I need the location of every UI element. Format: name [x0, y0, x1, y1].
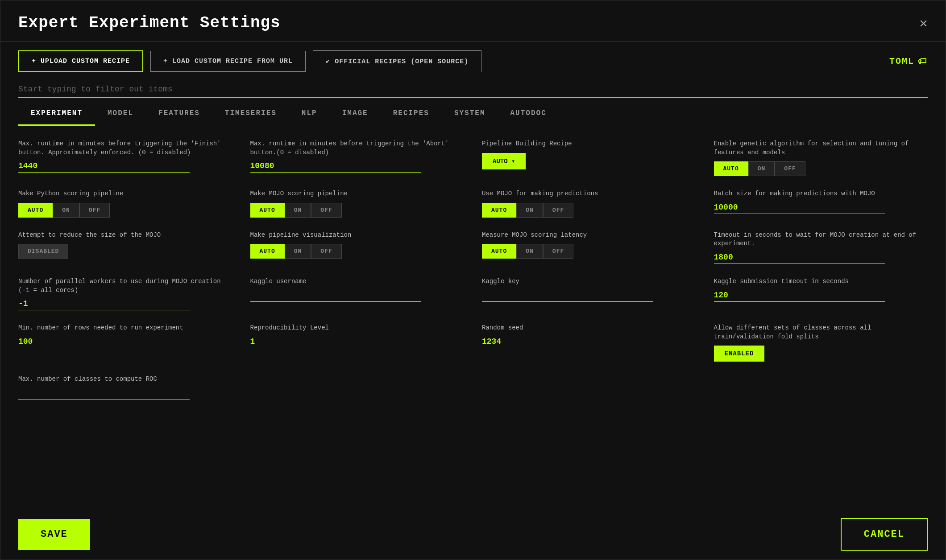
mojo-predictions-toggle: AUTO ON OFF [482, 203, 696, 218]
mojo-pred-off-btn[interactable]: OFF [543, 203, 573, 218]
setting-value-batch-size[interactable]: 10000 [714, 203, 885, 214]
setting-min-rows: Min. number of rows needed to run experi… [18, 324, 232, 362]
setting-python-scoring: Make Python scoring pipeline AUTO ON OFF [18, 189, 232, 218]
viz-on-btn[interactable]: ON [285, 244, 311, 259]
genetic-auto-btn[interactable]: AUTO [714, 161, 748, 176]
setting-label-mojo-predictions: Use MOJO for making predictions [482, 189, 696, 198]
setting-label-max-runtime-finish: Max. runtime in minutes before triggerin… [18, 140, 232, 157]
pipeline-recipe-dropdown[interactable]: AUTO ▾ [482, 153, 526, 169]
tab-features[interactable]: FEATURES [146, 102, 212, 126]
setting-label-reduce-mojo: Attempt to reduce the size of the MOJO [18, 231, 232, 240]
modal-title: Expert Experiment Settings [18, 14, 281, 32]
python-on-btn[interactable]: ON [53, 203, 79, 218]
setting-max-runtime-abort: Max. runtime in minutes before triggerin… [250, 140, 465, 176]
cancel-button[interactable]: CANCEL [841, 518, 928, 551]
mojo-latency-toggle: AUTO ON OFF [482, 244, 696, 259]
setting-label-kaggle-timeout: Kaggle submission timeout in seconds [714, 277, 928, 286]
setting-kaggle-username: Kaggle username [250, 277, 465, 310]
setting-mojo-latency: Measure MOJO scoring latency AUTO ON OFF [482, 231, 696, 264]
mojo-scoring-off-btn[interactable]: OFF [311, 203, 341, 218]
toml-text: TOML [889, 56, 914, 66]
genetic-off-btn[interactable]: OFF [775, 161, 805, 176]
setting-value-mojo-timeout[interactable]: 1800 [714, 253, 885, 264]
setting-value-kaggle-key[interactable] [482, 291, 653, 302]
mojo-scoring-auto-btn[interactable]: AUTO [250, 203, 285, 218]
setting-value-kaggle-timeout[interactable]: 120 [714, 291, 885, 302]
setting-label-parallel-workers: Number of parallel workers to use during… [18, 277, 232, 295]
filter-input[interactable] [18, 81, 928, 98]
tab-nlp[interactable]: NLP [289, 102, 330, 126]
setting-label-mojo-scoring: Make MOJO scoring pipeline [250, 189, 465, 198]
pipeline-viz-toggle: AUTO ON OFF [250, 244, 465, 259]
setting-label-batch-size: Batch size for making predictions with M… [714, 189, 928, 198]
setting-pipeline-viz: Make pipeline visualization AUTO ON OFF [250, 231, 465, 264]
setting-label-max-roc: Max. number of classes to compute ROC [18, 375, 232, 384]
setting-random-seed: Random seed 1234 [482, 324, 696, 362]
tab-experiment[interactable]: EXPERIMENT [18, 102, 95, 126]
toml-label: TOML 🏷 [889, 56, 928, 67]
load-url-button[interactable]: + LOAD CUSTOM RECIPE FROM URL [150, 51, 306, 72]
setting-label-reproducibility: Reproducibility Level [250, 324, 465, 333]
setting-genetic-algo: Enable genetic algorithm for selection a… [714, 140, 928, 176]
tabs: EXPERIMENT MODEL FEATURES TIMESERIES NLP… [0, 102, 946, 126]
setting-label-min-rows: Min. number of rows needed to run experi… [18, 324, 232, 333]
setting-value-min-rows[interactable]: 100 [18, 337, 190, 348]
setting-batch-size: Batch size for making predictions with M… [714, 189, 928, 218]
mojo-pred-on-btn[interactable]: ON [516, 203, 543, 218]
tab-recipes[interactable]: RECIPES [381, 102, 442, 126]
setting-mojo-scoring: Make MOJO scoring pipeline AUTO ON OFF [250, 189, 465, 218]
tab-timeseries[interactable]: TIMESERIES [212, 102, 289, 126]
setting-kaggle-timeout: Kaggle submission timeout in seconds 120 [714, 277, 928, 310]
close-button[interactable]: × [919, 16, 928, 30]
filter-bar [0, 81, 946, 102]
expert-settings-modal: Expert Experiment Settings × + UPLOAD CU… [0, 0, 946, 560]
tab-model[interactable]: MODEL [95, 102, 146, 126]
tab-image[interactable]: IMAGE [330, 102, 381, 126]
setting-label-python-scoring: Make Python scoring pipeline [18, 189, 232, 198]
save-button[interactable]: SAVE [18, 519, 90, 550]
setting-value-max-runtime-abort[interactable]: 10080 [250, 161, 422, 173]
allow-classes-enabled-badge[interactable]: ENABLED [714, 346, 765, 362]
setting-value-kaggle-username[interactable] [250, 291, 422, 302]
setting-allow-classes: Allow different sets of classes across a… [714, 324, 928, 362]
tab-autodoc[interactable]: AUTODOC [498, 102, 559, 126]
viz-auto-btn[interactable]: AUTO [250, 244, 285, 259]
modal-header: Expert Experiment Settings × [0, 0, 946, 41]
setting-value-random-seed[interactable]: 1234 [482, 337, 653, 348]
setting-value-max-roc[interactable] [18, 388, 190, 399]
setting-mojo-timeout: Timeout in seconds to wait for MOJO crea… [714, 231, 928, 264]
latency-on-btn[interactable]: ON [516, 244, 543, 259]
setting-label-genetic-algo: Enable genetic algorithm for selection a… [714, 140, 928, 157]
mojo-scoring-on-btn[interactable]: ON [285, 203, 311, 218]
setting-label-mojo-timeout: Timeout in seconds to wait for MOJO crea… [714, 231, 928, 248]
setting-label-pipeline-recipe: Pipeline Building Recipe [482, 140, 696, 148]
official-recipes-button[interactable]: ✔ OFFICIAL RECIPES (OPEN SOURCE) [313, 50, 481, 72]
python-scoring-toggle: AUTO ON OFF [18, 203, 232, 218]
tab-system[interactable]: SYSTEM [442, 102, 498, 126]
setting-pipeline-recipe: Pipeline Building Recipe AUTO ▾ [482, 140, 696, 176]
setting-label-random-seed: Random seed [482, 324, 696, 333]
setting-max-runtime-finish: Max. runtime in minutes before triggerin… [18, 140, 232, 176]
setting-label-kaggle-key: Kaggle key [482, 277, 696, 286]
mojo-pred-auto-btn[interactable]: AUTO [482, 203, 516, 218]
setting-label-allow-classes: Allow different sets of classes across a… [714, 324, 928, 341]
viz-off-btn[interactable]: OFF [311, 244, 341, 259]
python-off-btn[interactable]: OFF [79, 203, 110, 218]
setting-value-reproducibility[interactable]: 1 [250, 337, 422, 348]
genetic-on-btn[interactable]: ON [748, 161, 775, 176]
tag-icon: 🏷 [918, 56, 928, 67]
latency-off-btn[interactable]: OFF [543, 244, 573, 259]
footer: SAVE CANCEL [0, 509, 946, 560]
toolbar: + UPLOAD CUSTOM RECIPE + LOAD CUSTOM REC… [0, 41, 946, 81]
latency-auto-btn[interactable]: AUTO [482, 244, 516, 259]
settings-content: Max. runtime in minutes before triggerin… [0, 126, 946, 509]
reduce-mojo-disabled-badge[interactable]: DISABLED [18, 244, 68, 259]
python-auto-btn[interactable]: AUTO [18, 203, 53, 218]
setting-kaggle-key: Kaggle key [482, 277, 696, 310]
setting-value-max-runtime-finish[interactable]: 1440 [18, 161, 190, 173]
setting-value-parallel-workers[interactable]: -1 [18, 299, 190, 310]
setting-max-roc: Max. number of classes to compute ROC [18, 375, 232, 399]
upload-recipe-button[interactable]: + UPLOAD CUSTOM RECIPE [18, 50, 143, 72]
setting-label-pipeline-viz: Make pipeline visualization [250, 231, 465, 240]
setting-reduce-mojo: Attempt to reduce the size of the MOJO D… [18, 231, 232, 264]
